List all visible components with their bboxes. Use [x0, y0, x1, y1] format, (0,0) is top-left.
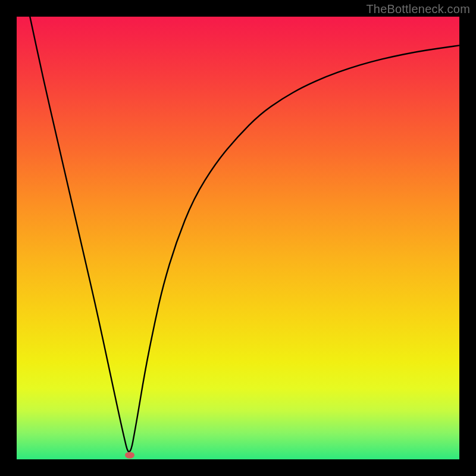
chart-frame: TheBottleneck.com [0, 0, 476, 476]
plot-area [17, 17, 459, 459]
optimal-point-marker [125, 452, 134, 458]
watermark-text: TheBottleneck.com [366, 2, 470, 16]
bottleneck-curve [17, 17, 459, 459]
